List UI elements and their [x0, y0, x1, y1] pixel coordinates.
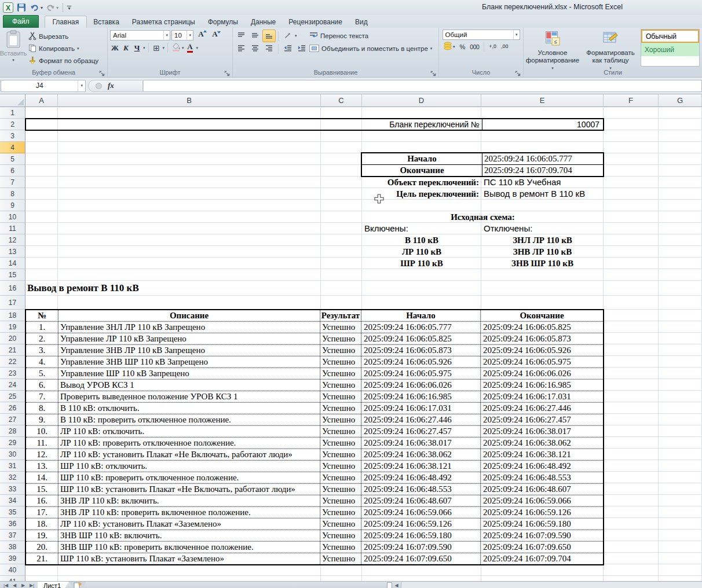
table-cell[interactable]: 2025:09:24 16:06:38.121 — [361, 461, 481, 472]
steps-header-cell[interactable]: № — [26, 310, 58, 321]
number-dialog-launcher-icon[interactable] — [515, 69, 522, 76]
horizontal-scrollbar[interactable] — [401, 582, 702, 588]
cell-on-item[interactable]: В 110 кВ — [362, 234, 481, 246]
underline-button[interactable]: Ч — [132, 42, 142, 53]
table-cell[interactable]: 2025:09:24 16:06:05.975 — [361, 368, 481, 379]
table-cell[interactable]: 2025:09:24 16:06:48.492 — [481, 461, 603, 472]
table-cell[interactable]: 2025:09:24 16:06:17.031 — [481, 391, 603, 402]
table-cell[interactable]: 8. — [26, 403, 58, 414]
cell-scheme-title[interactable]: Исходная схема: — [362, 211, 604, 223]
tab-page-layout[interactable]: Разметка страницы — [126, 16, 202, 28]
tab-insert[interactable]: Вставка — [87, 16, 126, 28]
table-cell[interactable]: 16. — [26, 495, 58, 506]
table-cell[interactable]: 2025:09:24 16:06:06.026 — [481, 368, 603, 379]
cell-object-value[interactable]: ПС 110 кВ Учебная — [484, 177, 561, 188]
table-cell[interactable]: 20. — [26, 542, 58, 553]
table-cell[interactable]: Вывод УРОВ КСЗ 1 — [58, 380, 320, 391]
decrease-decimal-button[interactable]: ,00 — [499, 41, 510, 52]
fill-color-dropdown-icon[interactable]: ▾ — [182, 46, 184, 50]
table-cell[interactable]: 2025:09:24 16:06:27.446 — [361, 414, 481, 425]
table-cell[interactable]: 2025:09:24 16:06:16.985 — [361, 391, 481, 402]
table-cell[interactable]: Успешно — [320, 438, 361, 449]
cell-end-label[interactable]: Окончание — [362, 165, 482, 176]
scroll-left-icon[interactable]: ◀ — [392, 582, 401, 588]
cell-off-item[interactable]: ЗНВ ШР 110 кВ — [481, 258, 604, 269]
clipboard-dialog-launcher-icon[interactable] — [99, 69, 106, 76]
first-sheet-icon[interactable]: |◀ — [2, 582, 10, 588]
cell-style-normal[interactable]: Обычный — [641, 30, 699, 43]
table-cell[interactable]: 2025:09:24 16:06:59.126 — [481, 507, 603, 518]
table-cell[interactable]: Успешно — [320, 368, 361, 379]
table-cell[interactable]: ЗНВ ШР 110 кВ: проверить включенное поло… — [58, 542, 320, 553]
align-middle-button[interactable] — [248, 30, 262, 42]
table-cell[interactable]: Успешно — [320, 484, 361, 495]
align-right-button[interactable] — [262, 42, 276, 55]
orientation-button[interactable] — [281, 30, 294, 42]
font-color-button[interactable]: А — [185, 42, 195, 53]
insert-sheet-button[interactable]: ✱ — [69, 582, 86, 588]
last-sheet-icon[interactable]: ▶| — [28, 582, 36, 588]
cell-section-title[interactable]: Вывод в ремонт В 110 кВ — [27, 281, 139, 296]
table-cell[interactable]: Успешно — [320, 495, 361, 506]
table-cell[interactable]: 2025:09:24 16:06:48.607 — [481, 484, 603, 495]
table-cell[interactable]: В 110 кВ: проверить отключенное положени… — [58, 414, 320, 425]
table-cell[interactable]: Успешно — [320, 322, 361, 333]
increase-decimal-button[interactable]: +,0 — [487, 41, 498, 52]
cell-off-label[interactable]: Отключены: — [484, 223, 532, 234]
font-color-dropdown-icon[interactable]: ▾ — [196, 46, 199, 50]
table-cell[interactable]: 2. — [26, 333, 58, 344]
table-cell[interactable]: ЛР 110 кВ: установить Плакат «Не Включат… — [58, 449, 320, 460]
font-family-select[interactable]: Arial▾ — [110, 30, 170, 41]
table-cell[interactable]: 12. — [26, 449, 58, 460]
fill-color-button[interactable] — [171, 42, 181, 53]
cell-blank-label[interactable]: Бланк переключений № — [26, 119, 480, 130]
table-cell[interactable]: Успешно — [320, 542, 361, 553]
table-cell[interactable]: 2025:09:24 16:06:05.926 — [361, 357, 481, 368]
merge-center-button[interactable]: Объединить и поместить в центре▾ — [309, 42, 432, 55]
alignment-dialog-launcher-icon[interactable] — [430, 69, 437, 76]
table-cell[interactable]: 2025:09:24 16:06:05.975 — [481, 357, 603, 368]
sheet-tab-list1[interactable]: Лист1 — [38, 582, 69, 588]
table-cell[interactable]: 2025:09:24 16:06:17.031 — [361, 403, 481, 414]
table-cell[interactable]: 2025:09:24 16:06:38.062 — [481, 438, 603, 449]
table-cell[interactable]: Успешно — [320, 403, 361, 414]
cell-start-value[interactable]: 2025:09:24 16:06:05.777 — [484, 153, 572, 164]
table-cell[interactable]: ШР 110 кВ: установить Плакат «Не Включат… — [58, 484, 320, 495]
table-cell[interactable]: 19. — [26, 530, 58, 541]
scrollbar-split-handle[interactable] — [387, 582, 392, 588]
font-size-select[interactable]: 10▾ — [171, 30, 193, 41]
align-top-button[interactable] — [235, 30, 248, 42]
table-cell[interactable]: 5. — [26, 368, 58, 379]
table-cell[interactable]: Успешно — [320, 345, 361, 356]
name-box[interactable]: J4 ▾ — [1, 80, 86, 92]
cut-button[interactable]: Вырезать — [27, 30, 100, 42]
cell-end-value[interactable]: 2025:09:24 16:07:09.704 — [484, 165, 572, 176]
table-cell[interactable]: ЛР 110 кВ: установить Плакат «Заземлено» — [58, 519, 320, 530]
grow-font-button[interactable]: А — [195, 30, 207, 41]
table-cell[interactable]: Успешно — [320, 357, 361, 368]
tab-view[interactable]: Вид — [349, 16, 374, 28]
increase-indent-button[interactable] — [295, 42, 308, 55]
table-cell[interactable]: Проверить выведенное положение УРОВ КСЗ … — [58, 391, 320, 402]
table-cell[interactable]: 21. — [26, 553, 58, 564]
table-cell[interactable]: Успешно — [320, 414, 361, 425]
table-cell[interactable]: 2025:09:24 16:07:09.704 — [481, 553, 603, 564]
tab-data[interactable]: Данные — [244, 16, 282, 28]
table-cell[interactable]: 14. — [26, 472, 58, 483]
cell-on-item[interactable]: ШР 110 кВ — [362, 258, 481, 269]
table-cell[interactable]: ЛР 110 кВ: проверить отключенное положен… — [58, 438, 320, 449]
customize-toolbar-icon[interactable]: ▾ — [67, 6, 71, 10]
table-cell[interactable]: В 110 кВ: отключить. — [58, 403, 320, 414]
table-cell[interactable]: Успешно — [320, 553, 361, 564]
table-cell[interactable]: 7. — [26, 391, 58, 402]
table-cell[interactable]: 2025:09:24 16:06:06.026 — [361, 380, 481, 391]
table-cell[interactable]: 2025:09:24 16:06:05.777 — [361, 322, 481, 333]
table-cell[interactable]: 2025:09:24 16:06:27.457 — [481, 414, 603, 425]
tab-file[interactable]: Файл — [3, 15, 39, 28]
table-cell[interactable]: 2025:09:24 16:06:38.017 — [481, 426, 603, 437]
steps-header-cell[interactable]: Результат — [320, 310, 361, 321]
table-cell[interactable]: 2025:09:24 16:06:27.457 — [361, 426, 481, 437]
table-cell[interactable]: Успешно — [320, 461, 361, 472]
table-cell[interactable]: 6. — [26, 380, 58, 391]
table-cell[interactable]: Управление ШР 110 кВ Запрещено — [58, 368, 320, 379]
